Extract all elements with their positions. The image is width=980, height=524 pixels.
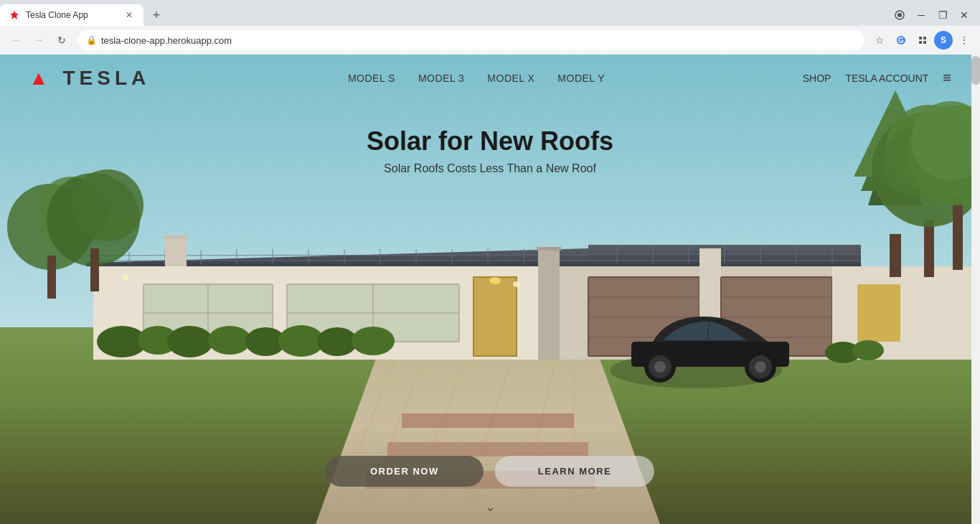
svg-rect-7 (919, 41, 922, 44)
tab-close-button[interactable]: ✕ (123, 9, 135, 21)
learn-more-button[interactable]: LEARN MORE (495, 456, 654, 487)
svg-point-112 (352, 327, 395, 355)
svg-rect-5 (919, 37, 922, 39)
url-text: tesla-clone-app.herokuapp.com (101, 35, 855, 46)
nav-model-x[interactable]: MODEL X (487, 72, 534, 84)
maximize-button[interactable]: ❐ (933, 5, 953, 25)
back-button[interactable]: ← (6, 30, 26, 50)
browser-window: Tesla Clone App ✕ + ─ ❐ ✕ ← → ↻ 🔒 tesla-… (0, 0, 980, 55)
nav-model-3[interactable]: MODEL 3 (418, 72, 464, 84)
hero-background (0, 55, 980, 524)
svg-rect-117 (971, 55, 980, 524)
reload-button[interactable]: ↻ (52, 30, 72, 50)
svg-rect-18 (402, 413, 574, 428)
svg-rect-78 (857, 284, 900, 342)
svg-point-108 (208, 326, 251, 355)
hero-content: Solar for New Roofs Solar Roofs Costs Le… (367, 126, 613, 175)
address-bar-row: ← → ↻ 🔒 tesla-clone-app.herokuapp.com ☆ … (0, 26, 980, 55)
nav-links: MODEL S MODEL 3 MODEL X MODEL Y (348, 72, 605, 84)
svg-point-115 (122, 274, 129, 280)
order-now-button[interactable]: ORDER NOW (326, 456, 484, 487)
profile-button[interactable]: S (934, 31, 953, 50)
svg-rect-96 (953, 198, 963, 270)
lock-icon: 🔒 (86, 35, 97, 45)
nav-shop[interactable]: SHOP (803, 72, 831, 84)
bookmark-button[interactable]: ☆ (870, 30, 890, 50)
svg-marker-0 (10, 11, 19, 19)
svg-text:G: G (898, 37, 904, 45)
window-controls: ─ ❐ ✕ (890, 5, 980, 25)
tesla-logo[interactable]: ▲ TESLA (29, 67, 150, 90)
nav-right-links: SHOP TESLA ACCOUNT ≡ (803, 70, 951, 86)
forward-button[interactable]: → (29, 30, 49, 50)
tab-favicon (9, 9, 20, 21)
record-button[interactable] (890, 5, 910, 25)
address-bar[interactable]: 🔒 tesla-clone-app.herokuapp.com (77, 30, 864, 50)
cta-buttons: ORDER NOW LEARN MORE (326, 456, 654, 487)
svg-rect-48 (165, 238, 187, 266)
svg-rect-104 (90, 248, 99, 291)
svg-rect-62 (538, 248, 560, 360)
svg-rect-92 (924, 220, 934, 277)
tab-bar: Tesla Clone App ✕ + ─ ❐ ✕ (0, 0, 980, 26)
tab-title: Tesla Clone App (26, 10, 118, 20)
svg-point-86 (755, 361, 766, 373)
svg-rect-19 (387, 442, 588, 457)
tesla-t-letter: ▲ (29, 67, 53, 89)
tesla-website: ▲ TESLA MODEL S MODEL 3 MODEL X MODEL Y … (0, 55, 980, 524)
svg-rect-101 (47, 256, 56, 299)
nav-menu[interactable]: ≡ (943, 70, 951, 86)
scroll-indicator[interactable]: ⌄ (485, 499, 496, 515)
menu-button[interactable]: ⋮ (954, 30, 974, 50)
nav-model-y[interactable]: MODEL Y (557, 72, 605, 84)
svg-point-111 (317, 327, 357, 356)
extensions-menu-button[interactable] (913, 30, 933, 50)
svg-point-103 (72, 169, 143, 241)
toolbar-actions: ☆ G S ⋮ (870, 30, 974, 50)
svg-rect-6 (923, 37, 926, 39)
svg-rect-63 (537, 247, 561, 251)
svg-point-107 (167, 326, 213, 357)
svg-rect-59 (473, 277, 517, 356)
svg-rect-8 (923, 41, 926, 44)
nav-account[interactable]: TESLA ACCOUNT (845, 72, 928, 84)
nav-model-s[interactable]: MODEL S (348, 72, 395, 84)
svg-rect-49 (164, 235, 188, 239)
hero-subtitle: Solar Roofs Costs Less Than a New Roof (367, 162, 613, 175)
svg-point-2 (897, 13, 902, 17)
tesla-wordmark: TESLA (63, 67, 151, 89)
minimize-button[interactable]: ─ (911, 5, 931, 25)
svg-point-116 (513, 281, 520, 287)
hero-title: Solar for New Roofs (367, 126, 613, 156)
new-tab-button[interactable]: + (146, 5, 166, 25)
close-button[interactable]: ✕ (954, 5, 974, 25)
svg-rect-88 (890, 234, 901, 277)
svg-point-61 (489, 277, 501, 284)
tesla-navbar: ▲ TESLA MODEL S MODEL 3 MODEL X MODEL Y … (0, 55, 980, 101)
svg-point-83 (654, 361, 666, 373)
active-tab[interactable]: Tesla Clone App ✕ (0, 4, 143, 26)
extension-button[interactable]: G (891, 30, 911, 50)
svg-point-114 (852, 340, 884, 360)
